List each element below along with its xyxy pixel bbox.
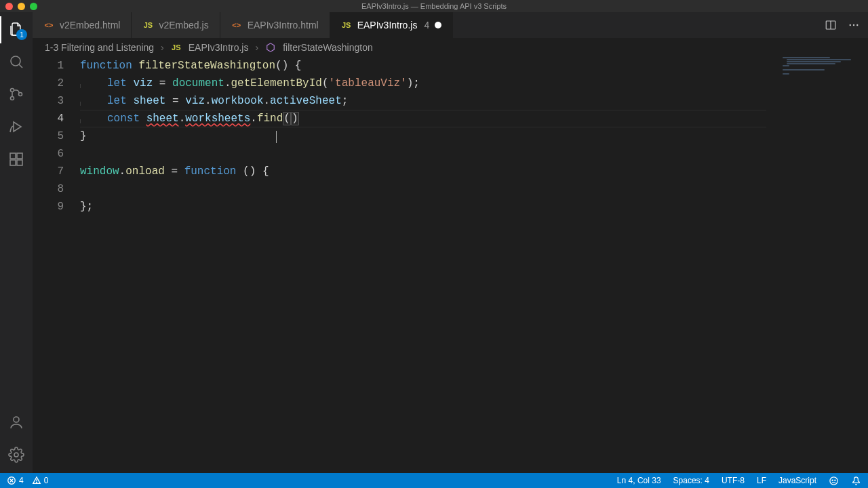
method-symbol-icon	[265, 42, 276, 53]
status-errors[interactable]: 4	[7, 476, 24, 485]
status-language[interactable]: JavaScript	[778, 476, 816, 485]
svg-point-21	[36, 482, 37, 483]
tab-v2embed-js[interactable]: JS v2Embed.js	[132, 12, 220, 38]
tab-eapiv3intro-html[interactable]: <> EAPIv3Intro.html	[220, 12, 330, 38]
title-bar: EAPIv3Intro.js — Embedding API v3 Script…	[0, 0, 868, 12]
tab-v2embed-html[interactable]: <> v2Embed.html	[33, 12, 132, 38]
svg-rect-9	[17, 153, 22, 159]
error-count: 4	[19, 476, 24, 485]
svg-line-1	[19, 64, 22, 68]
js-file-icon: JS	[142, 20, 153, 30]
breadcrumb-folder[interactable]: 1-3 Filtering and Listening	[45, 42, 154, 53]
js-file-icon: JS	[341, 20, 352, 30]
search-icon[interactable]	[7, 53, 25, 70]
accounts-icon[interactable]	[7, 413, 25, 431]
close-window-icon[interactable]	[5, 3, 13, 10]
chevron-right-icon: ›	[161, 42, 164, 53]
source-control-icon[interactable]	[7, 85, 25, 103]
warning-count: 0	[44, 476, 49, 485]
maximize-window-icon[interactable]	[30, 3, 37, 10]
tab-label: v2Embed.html	[60, 20, 120, 30]
svg-point-3	[11, 97, 14, 100]
svg-marker-5	[14, 122, 21, 131]
status-warnings[interactable]: 0	[32, 476, 49, 485]
breadcrumbs[interactable]: 1-3 Filtering and Listening › JS EAPIv3I…	[33, 38, 868, 57]
status-indentation[interactable]: Spaces: 4	[673, 476, 709, 485]
minimize-window-icon[interactable]	[18, 3, 25, 10]
chevron-right-icon: ›	[255, 42, 258, 53]
status-eol[interactable]: LF	[757, 476, 766, 485]
tab-label: EAPIv3Intro.js	[357, 20, 418, 30]
status-encoding[interactable]: UTF-8	[722, 476, 745, 485]
svg-point-4	[19, 93, 22, 96]
breadcrumb-symbol[interactable]: filterStateWashington	[283, 42, 373, 53]
html-file-icon: <>	[43, 20, 54, 30]
tab-label: EAPIv3Intro.html	[248, 20, 319, 30]
explorer-icon[interactable]: 1	[7, 20, 25, 38]
code-editor[interactable]: 1 2 3 4 5 6 7 8 9 function filterStateWa…	[33, 57, 868, 473]
svg-rect-8	[17, 160, 22, 165]
svg-point-10	[14, 417, 19, 422]
line-number-gutter: 1 2 3 4 5 6 7 8 9	[33, 57, 80, 473]
tab-bar: <> v2Embed.html JS v2Embed.js <> EAPIv3I…	[33, 12, 868, 38]
svg-point-16	[856, 24, 858, 26]
html-file-icon: <>	[231, 20, 242, 30]
explorer-badge: 1	[16, 29, 27, 40]
svg-point-14	[850, 24, 851, 26]
svg-rect-6	[10, 153, 16, 159]
activity-bar: 1	[0, 12, 33, 473]
notifications-bell-icon[interactable]	[851, 476, 861, 486]
text-cursor-icon	[276, 131, 277, 143]
status-bar: 4 0 Ln 4, Col 33 Spaces: 4 UTF-8 LF Java…	[0, 473, 868, 488]
more-actions-icon[interactable]	[848, 19, 860, 31]
js-file-icon: JS	[171, 42, 182, 53]
window-title: EAPIv3Intro.js — Embedding API v3 Script…	[361, 2, 507, 10]
settings-gear-icon[interactable]	[7, 446, 25, 464]
breadcrumb-file[interactable]: EAPIv3Intro.js	[189, 42, 249, 53]
extensions-icon[interactable]	[7, 150, 25, 168]
status-cursor-position[interactable]: Ln 4, Col 33	[617, 476, 661, 485]
svg-point-22	[830, 476, 837, 484]
svg-rect-7	[10, 160, 16, 165]
code-content[interactable]: function filterStateWashington() { let v…	[80, 57, 868, 473]
tab-eapiv3intro-js[interactable]: JS EAPIv3Intro.js 4	[330, 12, 454, 38]
svg-point-24	[835, 480, 835, 481]
feedback-icon[interactable]	[829, 476, 839, 486]
tab-problems-count: 4	[424, 20, 429, 30]
svg-point-23	[832, 480, 833, 481]
svg-point-0	[11, 56, 20, 66]
run-debug-icon[interactable]	[7, 118, 25, 136]
editor-area: <> v2Embed.html JS v2Embed.js <> EAPIv3I…	[33, 12, 868, 473]
window-controls	[5, 3, 37, 10]
svg-point-15	[853, 24, 854, 26]
tab-label: v2Embed.js	[159, 20, 208, 30]
dirty-indicator-icon	[435, 22, 441, 28]
svg-point-2	[11, 89, 14, 92]
split-editor-icon[interactable]	[825, 19, 837, 31]
svg-point-11	[14, 453, 18, 457]
